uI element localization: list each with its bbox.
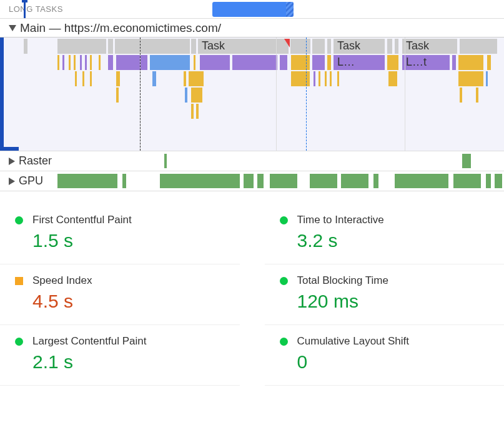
metric-value: 2.1 s <box>15 351 234 373</box>
parse-bar[interactable] <box>486 71 488 86</box>
script-bar[interactable] <box>57 55 59 70</box>
gpu-bar[interactable] <box>244 174 254 188</box>
script-bar[interactable] <box>388 71 397 86</box>
task-bar[interactable] <box>290 39 310 54</box>
gpu-bar[interactable] <box>270 174 297 188</box>
script-bar[interactable] <box>116 88 119 103</box>
layout-bar[interactable] <box>314 71 315 86</box>
script-bar[interactable] <box>82 71 84 86</box>
layout-bar[interactable] <box>62 55 64 70</box>
layout-bar[interactable]: L… <box>334 55 385 70</box>
layout-bar[interactable] <box>85 55 87 70</box>
script-bar[interactable] <box>90 71 92 86</box>
gpu-bar[interactable] <box>310 174 337 188</box>
metrics-grid: First Contentful Paint 1.5 s Time to Int… <box>0 191 504 392</box>
script-bar[interactable] <box>487 55 491 70</box>
task-bar[interactable] <box>327 39 331 54</box>
script-bar[interactable] <box>325 71 327 86</box>
long-task-bar[interactable] <box>212 2 294 17</box>
script-bar[interactable] <box>69 55 71 70</box>
script-bar[interactable] <box>291 55 310 70</box>
gpu-bars <box>0 174 504 188</box>
metric-label-text: Largest Contentful Paint <box>32 335 146 347</box>
layout-bar[interactable] <box>312 55 325 70</box>
flame-row <box>0 104 504 119</box>
layout-bar[interactable] <box>280 55 287 70</box>
layout-bar[interactable] <box>116 55 147 70</box>
flame-row: L… L…t <box>0 55 504 70</box>
metric-tti: Time to Interactive 3.2 s <box>265 204 505 264</box>
layout-bar[interactable] <box>200 55 230 70</box>
status-dot-green <box>280 338 288 346</box>
main-track-header[interactable]: Main — https://m.economictimes.com/ <box>0 19 504 38</box>
script-bar[interactable] <box>460 88 462 103</box>
warning-icon <box>284 39 290 48</box>
gpu-track[interactable]: GPU <box>0 171 504 191</box>
gpu-bar[interactable] <box>57 174 117 188</box>
parse-bar[interactable] <box>150 55 190 70</box>
script-bar[interactable] <box>184 71 186 86</box>
script-bar[interactable] <box>189 71 204 86</box>
script-bar[interactable] <box>337 71 339 86</box>
script-bar[interactable] <box>458 55 483 70</box>
script-bar[interactable] <box>116 71 120 86</box>
task-bar[interactable] <box>115 39 190 54</box>
task-bar[interactable] <box>312 39 325 54</box>
layout-bar[interactable] <box>452 55 456 70</box>
script-bar[interactable] <box>196 104 199 119</box>
gpu-bar[interactable] <box>341 174 368 188</box>
task-bar[interactable] <box>395 39 398 54</box>
raster-track[interactable]: Raster <box>0 151 504 171</box>
script-bar[interactable] <box>291 71 310 86</box>
expand-icon <box>9 158 15 165</box>
task-bar[interactable] <box>108 39 113 54</box>
metric-fcp: First Contentful Paint 1.5 s <box>0 204 240 264</box>
gpu-bar[interactable] <box>486 174 491 188</box>
task-bar[interactable]: Task <box>198 39 289 54</box>
script-bar[interactable] <box>330 71 332 86</box>
raster-bar[interactable] <box>164 154 167 168</box>
task-bar[interactable] <box>191 39 196 54</box>
script-bar[interactable] <box>387 55 398 70</box>
script-bar[interactable] <box>75 71 77 86</box>
script-bar[interactable] <box>90 55 92 70</box>
script-bar[interactable] <box>191 104 194 119</box>
collapse-icon <box>9 25 16 31</box>
long-tasks-label: LONG TASKS <box>0 4 63 14</box>
script-bar[interactable] <box>194 55 195 70</box>
layout-bar[interactable]: L…t <box>402 55 450 70</box>
status-dot-green <box>15 338 23 346</box>
flame-row <box>0 71 504 86</box>
gpu-bar[interactable] <box>257 174 264 188</box>
script-bar[interactable] <box>458 71 483 86</box>
metric-label-text: First Contentful Paint <box>32 214 132 226</box>
gpu-bar[interactable] <box>160 174 240 188</box>
grid-line <box>405 38 405 151</box>
main-flame-chart[interactable]: Task Task Task L… L…t <box>0 38 504 151</box>
parse-bar[interactable] <box>152 71 156 86</box>
layout-bar[interactable] <box>108 55 113 70</box>
gpu-bar[interactable] <box>453 174 481 188</box>
gpu-bar[interactable] <box>122 174 126 188</box>
task-bar[interactable] <box>387 39 392 54</box>
script-bar[interactable] <box>319 71 320 86</box>
gpu-bar[interactable] <box>495 174 502 188</box>
script-bar[interactable] <box>476 88 478 103</box>
layout-bar[interactable] <box>80 55 82 70</box>
task-bar[interactable] <box>460 39 497 54</box>
gpu-bar[interactable] <box>395 174 448 188</box>
script-bar[interactable] <box>74 55 76 70</box>
gpu-bar[interactable] <box>373 174 378 188</box>
script-bar[interactable] <box>99 55 101 70</box>
parse-bar[interactable] <box>185 88 187 103</box>
raster-bar[interactable] <box>462 154 471 168</box>
task-bar[interactable] <box>24 39 27 54</box>
script-bar[interactable] <box>191 88 202 103</box>
fcp-marker <box>306 38 307 151</box>
layout-bar[interactable] <box>232 55 277 70</box>
task-bar[interactable] <box>57 39 106 54</box>
task-bar[interactable]: Task <box>402 39 457 54</box>
script-bar[interactable] <box>327 55 331 70</box>
task-bar[interactable]: Task <box>334 39 385 54</box>
metric-value: 120 ms <box>280 291 498 312</box>
